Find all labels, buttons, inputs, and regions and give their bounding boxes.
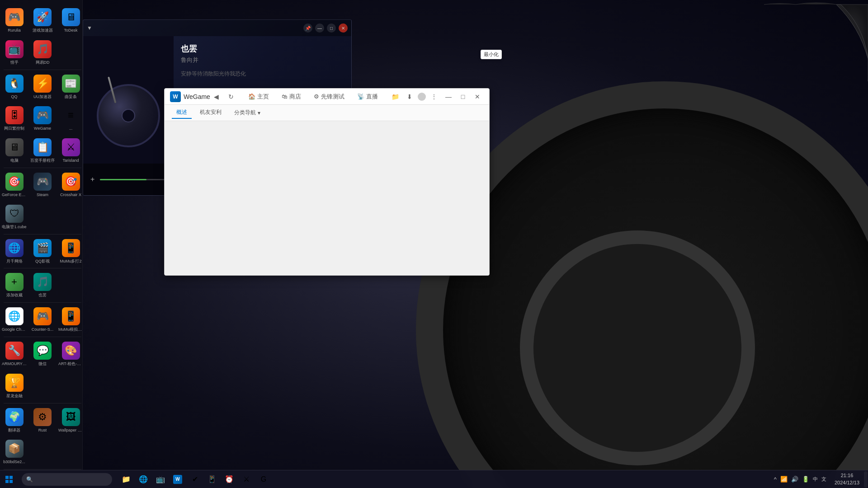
taskbar-show-desktop[interactable] (864, 471, 868, 488)
icon-box-yueqian: 🌐 (5, 239, 24, 257)
sidebar-icon-netease-ctrl[interactable]: 🎛网日繁控制 (0, 103, 28, 135)
sidebar-icon-steam[interactable]: 🎮Steam (28, 169, 57, 201)
icon-label-art-color: ART-相色-白图洁色c... (58, 361, 83, 366)
wegame-nav-tab-0[interactable]: 🏠主页 (243, 91, 274, 103)
media-add-btn[interactable]: + (90, 175, 94, 183)
taskbar-phone-link[interactable]: 📱 (204, 471, 220, 488)
media-close-btn[interactable]: ✕ (339, 23, 348, 33)
icon-label-wallpaper: Wallpaper Engine... (58, 428, 83, 433)
sidebar-icon-mumu2[interactable]: 📱MuMu模拟器12 (57, 304, 83, 336)
tray-battery[interactable]: 🔋 (801, 476, 810, 483)
tooltip-minimize: 最小化 (481, 50, 502, 59)
icon-box-steam: 🎮 (33, 173, 52, 191)
wegame-nav-tab-3[interactable]: 📡直播 (352, 91, 383, 103)
sidebar-icon-armoury[interactable]: 🔧ARMOURY CRATE (0, 338, 28, 370)
taskbar-tick-app[interactable]: ✔ (187, 471, 203, 488)
sidebar-icon-shenbi[interactable]: +添加收藏 (0, 269, 28, 301)
sidebar-icon-mumu[interactable]: 📱MuMu多打2 (57, 235, 83, 267)
wegame-circle-btn[interactable] (418, 93, 426, 101)
bg-circle-inner (520, 230, 755, 465)
taskbar-start-button[interactable] (0, 470, 18, 488)
wegame-tab-category[interactable]: 分类导航 ▾ (230, 107, 265, 118)
sidebar-icon-uu-acc[interactable]: ⚡UU加速器 (28, 71, 57, 103)
icon-label-diannaoguan: 电脑管1.cube (2, 225, 26, 230)
icon-box-tarisland: ⚔ (62, 138, 80, 156)
sidebar-icon-crosshair[interactable]: 🎯Crosshair X (57, 169, 83, 201)
tray-ime[interactable]: 文 (821, 476, 827, 483)
sidebar-icon-diannaoguan[interactable]: 🛡电脑管1.cube (0, 201, 28, 233)
taskbar-google[interactable]: G (255, 471, 272, 488)
wegame-refresh-btn[interactable]: ↻ (225, 90, 237, 103)
sidebar-icon-netease-dd[interactable]: 🎵网易DD (28, 37, 57, 69)
sidebar-icon-b30bd[interactable]: 📦b30bdSe2... (0, 436, 28, 468)
sidebar-icon-ruruila[interactable]: 🎮Rurulia (0, 5, 28, 37)
sidebar-icon-wechat-mini[interactable]: 💬微信 (28, 338, 57, 370)
sidebar-icon-rust[interactable]: ⚙Rust (28, 404, 57, 436)
media-song-title: 也罢 (181, 43, 344, 54)
wegame-minimize-btn[interactable]: — (442, 90, 455, 103)
sidebar-icon-qqvideo[interactable]: 🎬QQ影视 (28, 235, 57, 267)
sidebar-icon-fanyi[interactable]: 🌍翻译器 (0, 404, 28, 436)
sidebar-icon-qutoutiao[interactable]: 📰曲妥条 (57, 71, 83, 103)
sidebar-icon-yejing[interactable]: 🎵也罢 (28, 269, 57, 301)
wegame-nav-tab-1[interactable]: 🛍商店 (276, 91, 307, 103)
wegame-folder-btn[interactable]: 📁 (389, 90, 401, 103)
sidebar-icon-counter[interactable]: 🎮Counter-S... (28, 304, 57, 336)
tray-network[interactable]: 📶 (779, 476, 788, 483)
taskbar-file-explorer[interactable]: 📁 (118, 471, 134, 488)
wegame-nav-tab-2[interactable]: ⚙先锋测试 (308, 91, 350, 103)
taskbar-alarm[interactable]: ⏰ (221, 471, 237, 488)
sidebar-icon-sidebar-more[interactable]: ≡... (57, 103, 83, 135)
sidebar-icon-geforce[interactable]: 🎯GeForce Experience (0, 169, 28, 201)
sidebar-icon-qq-acc[interactable]: 🐧QQ (0, 71, 28, 103)
icon-box-mumu2: 📱 (62, 307, 80, 325)
sidebar-icon-wallpaper[interactable]: 🖼Wallpaper Engine... (57, 404, 83, 436)
media-maximize-btn[interactable]: □ (327, 23, 336, 33)
wegame-back-btn[interactable]: ◀ (210, 90, 223, 103)
sidebar-divider-divider5 (4, 302, 81, 303)
tray-volume[interactable]: 🔊 (790, 476, 799, 483)
sidebar-icon-wegame[interactable]: 🎮WeGame (28, 103, 57, 135)
sidebar-divider-divider8 (4, 469, 81, 469)
tray-chevron[interactable]: ^ (773, 476, 778, 483)
icon-box-wechat-mini: 💬 (33, 342, 52, 360)
wegame-download-btn[interactable]: ⬇ (403, 90, 416, 103)
sidebar-icon-art-color[interactable]: 🎨ART-相色-白图洁色c... (57, 338, 83, 370)
taskbar-clock[interactable]: 21:16 2024/12/13 (831, 472, 863, 486)
wegame-tab-friends[interactable]: 机友安利 (195, 107, 226, 119)
icon-box-shenbi: + (5, 273, 24, 291)
taskbar-wegame-pinned[interactable]: W (170, 471, 186, 488)
sidebar-icon-tarisland[interactable]: ⚔Tarisland (57, 135, 83, 167)
wegame-maximize-btn[interactable]: □ (457, 90, 469, 103)
sidebar-icon-baidu[interactable]: 📋百度手册程序 (28, 135, 57, 167)
media-pin-btn[interactable]: 📌 (303, 23, 312, 33)
media-disc (97, 84, 160, 147)
sidebar-icon-steam-acc[interactable]: 🚀游戏加速器 (28, 5, 57, 37)
taskbar-edge[interactable]: 🌐 (135, 471, 151, 488)
icon-box-mumu: 📱 (62, 239, 80, 257)
sidebar-icon-longzhan[interactable]: 🏆星龙金融 (0, 370, 28, 402)
sidebar-icon-google[interactable]: 🌐Google Chrome (0, 304, 28, 336)
media-minimize-btn[interactable]: — (315, 23, 324, 33)
sidebar-icon-desktop[interactable]: 🖥电脑 (0, 135, 28, 167)
media-menu-icon[interactable]: ▼ (87, 25, 92, 31)
wegame-tab-overview[interactable]: 概述 (172, 107, 192, 119)
wegame-tab-icon-1: 🛍 (282, 93, 288, 100)
sidebar-icon-bilibili[interactable]: 📺惜乎 (0, 37, 28, 69)
icon-box-qutoutiao: 📰 (62, 75, 80, 93)
sidebar-divider-divider3 (4, 234, 81, 235)
taskbar-search[interactable]: 🔍 (22, 473, 112, 486)
sidebar-icon-todesk[interactable]: 🖥ToDesk (57, 5, 83, 37)
wegame-close-btn[interactable]: ✕ (471, 90, 484, 103)
taskbar-wow[interactable]: ⚔ (238, 471, 255, 488)
icon-label-longzhan: 星龙金融 (6, 394, 23, 399)
icon-label-ruruila: Rurulia (8, 28, 21, 33)
icon-box-ruruila: 🎮 (5, 8, 24, 26)
wegame-settings-btn[interactable]: ⋮ (428, 90, 440, 103)
taskbar-time: 21:16 (835, 472, 859, 479)
icon-box-steam-acc: 🚀 (33, 8, 52, 26)
taskbar-bilibili[interactable]: 📺 (152, 471, 169, 488)
tray-zh[interactable]: 中 (812, 476, 819, 483)
sidebar-icon-yueqian[interactable]: 🌐月千网络 (0, 235, 28, 267)
wegame-logo: W WeGame (170, 91, 210, 102)
